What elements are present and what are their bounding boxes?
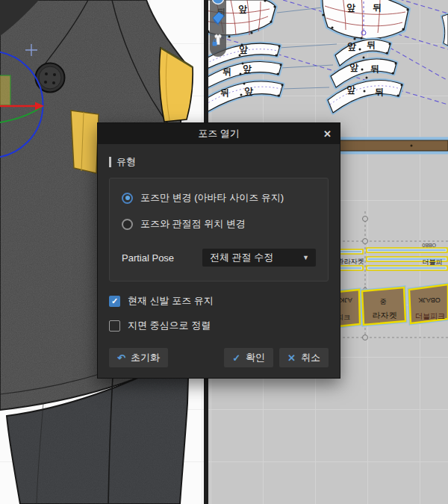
piece-name: OBAJK (418, 296, 441, 304)
section-label: 유형 (116, 155, 136, 169)
piece-name: 더블피크 (415, 312, 445, 320)
reset-button-label: 초기화 (131, 351, 160, 364)
piece-label-back: 뒤 (220, 87, 229, 98)
partial-pose-dropdown[interactable]: 전체 관절 수정 ▼ (202, 249, 316, 267)
pattern-quads-highlighted[interactable]: AJK1 피크 GOBN 중 라자켓 OBAJK 더블피크 (324, 283, 448, 327)
open-pose-dialog: 포즈 열기 ✕ 유형 포즈만 변경 (아바타 사이즈 유지) 포즈와 관절점 위… (97, 122, 340, 379)
piece-label-front: 앞 (347, 41, 356, 52)
piece-label-back: 뒤 (373, 2, 382, 13)
checkbox-align-ground-center[interactable]: 지면 중심으로 정렬 (109, 319, 329, 332)
reset-button[interactable]: ↶ 초기화 (109, 348, 168, 367)
dialog-titlebar[interactable]: 포즈 열기 ✕ (98, 123, 340, 144)
radio-unselected-icon[interactable] (122, 219, 133, 230)
checkbox-unchecked-icon[interactable] (109, 320, 120, 332)
piece-name: 더블피 (423, 258, 443, 266)
dialog-title: 포즈 열기 (198, 127, 240, 140)
pattern-piece-hood-right[interactable]: 앞 뒤 (322, 0, 408, 40)
radio-label: 포즈만 변경 (아바타 사이즈 유지) (140, 191, 284, 205)
checkbox-checked-icon[interactable]: ✓ (109, 296, 120, 307)
pattern-toolbar[interactable] (210, 0, 226, 57)
piece-label-front: 앞 (244, 86, 253, 96)
dropdown-value: 전체 관절 수정 (210, 251, 273, 264)
piece-label-back: 뒤 (370, 63, 379, 74)
pattern-piece-edge-sliver[interactable] (442, 14, 448, 46)
piece-label-front: 앞 (346, 84, 355, 95)
radio-pose-only[interactable]: 포즈만 변경 (아바타 사이즈 유지) (122, 191, 316, 205)
app-window: 뒤 앞 앞 뒤 앞 뒤 (0, 0, 448, 504)
pattern-piece-waistband[interactable] (337, 139, 448, 152)
x-icon: ✕ (287, 352, 296, 364)
checkbox-label: 지면 중심으로 정렬 (128, 319, 211, 332)
piece-label-front: 앞 (239, 44, 248, 55)
piece-code: OBB0 (422, 243, 436, 248)
piece-label-front: 앞 (349, 62, 358, 72)
piece-label-front: 앞 (238, 4, 247, 14)
piece-name: 라자켓 (373, 311, 397, 320)
radio-pose-and-joints[interactable]: 포즈와 관절점 위치 변경 (122, 217, 316, 231)
piece-label-back: 뒤 (375, 87, 384, 97)
check-icon: ✓ (232, 352, 240, 364)
piece-label-back: 뒤 (223, 66, 231, 77)
undo-icon: ↶ (117, 352, 125, 364)
close-icon[interactable]: ✕ (323, 123, 332, 144)
piece-name: 중 (380, 298, 387, 305)
radio-selected-icon[interactable] (122, 193, 133, 204)
confirm-button-label: 확인 (246, 351, 265, 364)
piece-label-back: 뒤 (367, 40, 376, 50)
section-accent-bar (109, 157, 111, 167)
cancel-button[interactable]: ✕ 취소 (279, 348, 329, 367)
pattern-strip-left-3[interactable]: 뒤 앞 (208, 81, 284, 112)
cancel-button-label: 취소 (301, 351, 320, 364)
pose-type-groupbox: 포즈만 변경 (아바타 사이즈 유지) 포즈와 관절점 위치 변경 Partia… (109, 178, 329, 281)
checkbox-keep-shoe-pose[interactable]: ✓ 현재 신발 포즈 유지 (109, 294, 329, 308)
confirm-button[interactable]: ✓ 확인 (224, 348, 273, 367)
checkbox-label: 현재 신발 포즈 유지 (128, 294, 214, 308)
piece-label-front: 앞 (346, 2, 355, 13)
lock-icon (213, 42, 217, 46)
partial-pose-label: Partial Pose (122, 252, 174, 264)
chevron-down-icon: ▼ (302, 254, 309, 261)
radio-label: 포즈와 관절점 위치 변경 (140, 217, 246, 231)
gizmo-plane-handle[interactable] (0, 75, 10, 105)
pattern-strips-highlighted[interactable]: 20001 드환라자켓 OBB0 더블피 (322, 243, 447, 270)
piece-label-front: 앞 (243, 63, 252, 74)
